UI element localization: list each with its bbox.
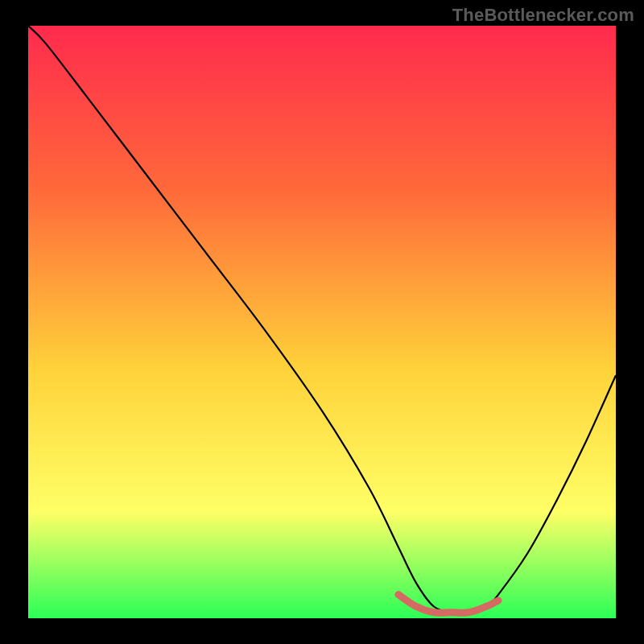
chart-frame: { "watermark": "TheBottlenecker.com", "c… (0, 0, 644, 644)
bottleneck-chart (0, 0, 644, 644)
gradient-plot-area (28, 26, 616, 618)
